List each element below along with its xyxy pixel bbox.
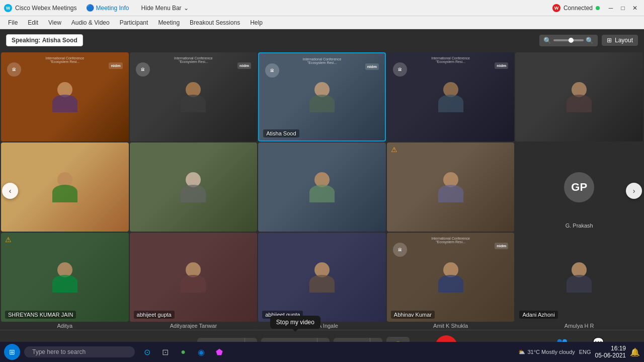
participant-name-shreyans: SHREYANS KUMAR JAIN — [5, 311, 76, 319]
top-controls: Speaking: Atisha Sood 🔍 🔍 ⊞ Layout — [0, 29, 644, 51]
participant-name-abhijeet1: abhijeet gupta — [134, 311, 175, 319]
title-bar-left: W Cisco Webex Meetings 🔵 Meeting Info Hi… — [4, 3, 192, 13]
nidm-logo-4: nidm — [495, 62, 508, 69]
taskbar-search[interactable]: Type here to search — [24, 346, 135, 357]
person-4 — [438, 82, 463, 112]
weather-text: 31°C Mostly cloudy — [527, 349, 575, 355]
top-right-controls: 🔍 🔍 ⊞ Layout — [539, 35, 638, 46]
zoom-control: 🔍 🔍 — [539, 35, 598, 46]
menu-edit[interactable]: Edit — [24, 18, 42, 27]
connected-dot-icon — [596, 6, 600, 10]
speaking-indicator: Speaking: Atisha Sood — [6, 34, 83, 46]
video-cell-p6 — [1, 142, 129, 232]
time-display: 16:19 — [595, 345, 626, 352]
menu-participant[interactable]: Participant — [116, 18, 152, 27]
maximize-button[interactable]: □ — [618, 3, 628, 13]
person-6 — [52, 172, 77, 202]
next-page-button[interactable]: › — [626, 183, 642, 199]
video-cell-amulya: Amulya H R — [515, 323, 643, 329]
menu-bar: File Edit View Audio & Video Participant… — [0, 16, 644, 29]
video-cell-shreyans: ⚠ SHREYANS KUMAR JAIN — [1, 233, 129, 322]
menu-breakout-sessions[interactable]: Breakout Sessions — [186, 18, 244, 27]
video-cell-p1: International Conference"Ecosystem Resi.… — [1, 52, 129, 141]
taskbar-time: 16:19 05-06-2021 — [595, 345, 626, 359]
taskbar-app3[interactable]: ⬟ — [211, 344, 227, 360]
person-atisha — [309, 82, 335, 112]
zoom-out-icon[interactable]: 🔍 — [543, 37, 551, 44]
hide-menu-chevron-icon: ⌄ — [184, 5, 189, 12]
warning-icon-p9: ⚠ — [391, 146, 397, 154]
weather-icon: ⛅ — [518, 349, 525, 355]
person-abhijeet2 — [309, 262, 335, 293]
notification-icon[interactable]: 🔔 — [630, 347, 640, 357]
person-2 — [181, 82, 206, 112]
minimize-button[interactable]: ─ — [606, 3, 616, 13]
app-name-label: Cisco Webex Meetings — [15, 5, 77, 12]
menu-file[interactable]: File — [4, 18, 22, 27]
content-area: Speaking: Atisha Sood 🔍 🔍 ⊞ Layout ‹ › I… — [0, 29, 644, 362]
webex-status-icon: W — [552, 4, 560, 12]
prev-page-button[interactable]: ‹ — [2, 183, 18, 199]
video-cell-atisha: International Conference"Ecosystem Resi.… — [258, 52, 386, 141]
window-controls: ─ □ ✕ — [606, 3, 640, 13]
video-cell-adityarajee: Adityarajee Tanwar — [130, 323, 258, 329]
avatar-gprakash: GP — [564, 172, 594, 202]
video-cell-aditya: Aditya — [1, 323, 129, 329]
video-cell-gprakash: GP G. Prakash — [515, 142, 643, 232]
taskbar-taskview[interactable]: ⊡ — [157, 344, 173, 360]
menu-audio-video[interactable]: Audio & Video — [67, 18, 114, 27]
taskbar: ⊞ Type here to search ⊙ ⊡ ● ◉ ⬟ ⛅ 31°C M… — [0, 342, 644, 362]
video-cell-p4: International Conference"Ecosystem Resi.… — [387, 52, 515, 141]
video-cell-abhinav: International Conference"Ecosystem Resi.… — [387, 233, 515, 322]
taskbar-chrome[interactable]: ● — [175, 344, 191, 360]
nidm-logo-1: nidm — [109, 62, 122, 69]
participant-name-gprakash: G. Prakash — [566, 223, 593, 229]
participant-name-amit: Amit K Shukla — [433, 323, 468, 329]
nidm-logo-2: nidm — [237, 62, 251, 69]
meeting-info-button[interactable]: 🔵 Meeting Info — [83, 3, 132, 13]
conf-logo-3: 🏛 — [265, 63, 279, 78]
conf-logo-2: 🏛 — [136, 62, 150, 77]
video-cell-alka: Alka A Ingale — [258, 323, 386, 329]
zoom-slider[interactable] — [553, 39, 584, 41]
video-cell-p7 — [130, 142, 258, 232]
speaking-name: Atisha Sood — [42, 37, 77, 44]
person-abhinav — [438, 262, 463, 293]
person-9 — [438, 172, 463, 202]
layout-button[interactable]: ⊞ Layout — [602, 35, 638, 46]
menu-view[interactable]: View — [44, 18, 65, 27]
person-adani — [567, 262, 592, 293]
participant-name-adani: Adani Azhoni — [519, 311, 557, 319]
connected-label: Connected — [564, 5, 593, 12]
taskbar-edge[interactable]: ◉ — [193, 344, 209, 360]
participant-name-abhijeet2: abhijeet gupta — [262, 311, 303, 319]
participant-name-aditya: Aditya — [57, 323, 73, 329]
menu-meeting[interactable]: Meeting — [154, 18, 184, 27]
taskbar-lang: ENG — [579, 349, 591, 355]
taskbar-cortana[interactable]: ⊙ — [139, 344, 155, 360]
video-cell-amit: Amit K Shukla — [387, 323, 515, 329]
video-cell-abhijeet1: abhijeet gupta — [130, 233, 258, 322]
date-display: 05-06-2021 — [595, 352, 626, 359]
app-title: W Cisco Webex Meetings — [4, 4, 77, 12]
zoom-in-icon[interactable]: 🔍 — [586, 37, 594, 44]
video-grid: ‹ › International Conference"Ecosystem R… — [0, 51, 644, 330]
close-button[interactable]: ✕ — [630, 3, 640, 13]
conf-logo-4: 🏛 — [393, 62, 407, 77]
person-abhijeet1 — [181, 262, 206, 293]
layout-label: Layout — [615, 37, 633, 44]
participant-name-adityarajee: Adityarajee Tanwar — [170, 323, 217, 329]
taskbar-apps: ⊙ ⊡ ● ◉ ⬟ — [139, 344, 227, 360]
person-8 — [309, 172, 335, 202]
participant-name-abhinav: Abhinav Kumar — [391, 311, 435, 319]
start-button[interactable]: ⊞ — [4, 344, 20, 360]
taskbar-search-placeholder: Type here to search — [32, 348, 86, 355]
hide-menu-button[interactable]: Hide Menu Bar ⌄ — [138, 4, 192, 13]
person-5 — [567, 82, 592, 112]
person-shreyans — [52, 262, 77, 293]
conf-logo-abhinav: 🏛 — [393, 243, 407, 257]
weather-info: ⛅ 31°C Mostly cloudy — [518, 349, 575, 355]
taskbar-right: ⛅ 31°C Mostly cloudy ENG 16:19 05-06-202… — [518, 345, 640, 359]
connection-status: W Connected — [552, 4, 600, 12]
menu-help[interactable]: Help — [246, 18, 267, 27]
